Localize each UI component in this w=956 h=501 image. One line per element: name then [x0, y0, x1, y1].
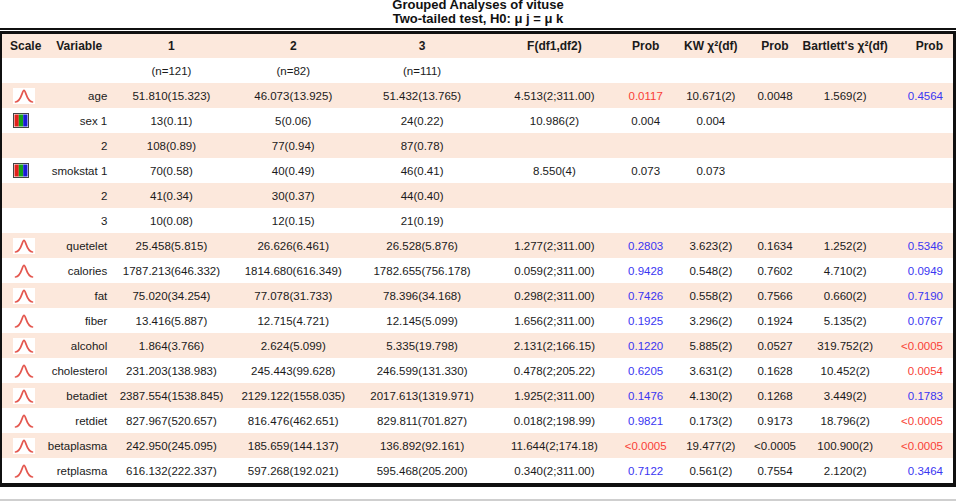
cell-scale — [1, 458, 46, 483]
col-header-prob-bartlett: Prob — [891, 34, 954, 58]
cell-kw-chisq — [671, 133, 751, 158]
col-header-prob-f: Prob — [621, 34, 671, 58]
cell-bartletts-chisq: 4.710(2) — [799, 258, 891, 283]
cell-f-statistic: 0.018(2;198.99) — [488, 408, 620, 433]
normal-curve-icon — [13, 313, 46, 329]
cell-prob-bartlett — [891, 108, 954, 133]
cell-group-1: 51.810(15.323) — [112, 83, 230, 108]
cell-bartletts-chisq — [799, 208, 891, 233]
cell-variable: cholesterol — [46, 358, 112, 383]
cell-kw-chisq: 10.671(2) — [671, 83, 751, 108]
cell-group-2: (n=82) — [231, 58, 356, 83]
cell-group-1: 41(0.34) — [112, 183, 230, 208]
cell-group-1: 13(0.11) — [112, 108, 230, 133]
table-row: 2108(0.89)77(0.94)87(0.78) — [1, 133, 955, 158]
cell-group-1: (n=121) — [112, 58, 230, 83]
cell-bartletts-chisq — [799, 108, 891, 133]
cell-scale — [1, 433, 46, 458]
cell-group-2: 816.476(462.651) — [231, 408, 356, 433]
cell-prob-f: 0.1220 — [621, 333, 671, 358]
cell-group-2: 2129.122(1558.035) — [231, 383, 356, 408]
cell-prob-f: 0.0117 — [621, 83, 671, 108]
cell-group-3: 829.811(701.827) — [356, 408, 488, 433]
cell-kw-chisq: 0.561(2) — [671, 458, 751, 483]
cell-group-2: 5(0.06) — [231, 108, 356, 133]
cell-prob-bartlett: 0.0767 — [891, 308, 954, 333]
cell-prob-bartlett: 0.3464 — [891, 458, 954, 483]
cell-scale — [1, 183, 46, 208]
cell-bartletts-chisq — [799, 158, 891, 183]
col-header-bartletts-chisq: Bartlett's χ²(df) — [799, 34, 891, 58]
cell-bartletts-chisq: 10.452(2) — [799, 358, 891, 383]
cell-prob-kw — [751, 208, 799, 233]
cell-f-statistic: 8.550(4) — [488, 158, 620, 183]
cell-bartletts-chisq: 5.135(2) — [799, 308, 891, 333]
cell-bartletts-chisq: 18.796(2) — [799, 408, 891, 433]
cell-group-2: 185.659(144.137) — [231, 433, 356, 458]
cell-kw-chisq: 3.631(2) — [671, 358, 751, 383]
table-row: quetelet25.458(5.815)26.626(6.461)26.528… — [1, 233, 955, 258]
cell-prob-kw: 0.1628 — [751, 358, 799, 383]
cell-kw-chisq: 0.004 — [671, 108, 751, 133]
cell-scale — [1, 383, 46, 408]
cell-bartletts-chisq — [799, 183, 891, 208]
cell-bartletts-chisq: 0.660(2) — [799, 283, 891, 308]
cell-prob-f: 0.7122 — [621, 458, 671, 483]
cell-f-statistic: 0.059(2;311.00) — [488, 258, 620, 283]
normal-curve-icon — [13, 288, 46, 304]
cell-group-3: 5.335(19.798) — [356, 333, 488, 358]
normal-curve-icon — [13, 413, 46, 429]
cell-prob-kw: 0.7566 — [751, 283, 799, 308]
table-row: fat75.020(34.254)77.078(31.733)78.396(34… — [1, 283, 955, 308]
cell-bartletts-chisq: 319.752(2) — [799, 333, 891, 358]
cell-group-3: 136.892(92.161) — [356, 433, 488, 458]
cell-f-statistic: 11.644(2;174.18) — [488, 433, 620, 458]
bottom-rule — [0, 483, 956, 487]
cell-prob-f: 0.1925 — [621, 308, 671, 333]
cell-group-2: 77.078(31.733) — [231, 283, 356, 308]
cell-group-3: 12.145(5.099) — [356, 308, 488, 333]
table-row: cholesterol231.203(138.983)245.443(99.62… — [1, 358, 955, 383]
table-row: 241(0.34)30(0.37)44(0.40) — [1, 183, 955, 208]
cell-scale — [1, 133, 46, 158]
cell-group-1: 25.458(5.815) — [112, 233, 230, 258]
cell-group-3: 24(0.22) — [356, 108, 488, 133]
cell-prob-bartlett — [891, 183, 954, 208]
cell-prob-bartlett: 0.7190 — [891, 283, 954, 308]
col-header-group-1: 1 — [112, 34, 230, 58]
cell-scale — [1, 233, 46, 258]
cell-group-3: (n=111) — [356, 58, 488, 83]
cell-prob-kw: 0.7554 — [751, 458, 799, 483]
cell-prob-bartlett: 0.4564 — [891, 83, 954, 108]
cell-group-1: 108(0.89) — [112, 133, 230, 158]
table-body: (n=121)(n=82)(n=111)age51.810(15.323)46.… — [1, 58, 955, 483]
cell-kw-chisq: 19.477(2) — [671, 433, 751, 458]
cell-f-statistic: 0.478(2;205.22) — [488, 358, 620, 383]
cell-variable: fat — [46, 283, 112, 308]
cell-group-2: 1814.680(616.349) — [231, 258, 356, 283]
cell-f-statistic: 2.131(2;166.15) — [488, 333, 620, 358]
cell-variable: smokstat 1 — [46, 158, 112, 183]
cell-variable: alcohol — [46, 333, 112, 358]
normal-curve-icon — [13, 463, 46, 479]
cell-group-3: 26.528(5.876) — [356, 233, 488, 258]
table-row: betadiet2387.554(1538.845)2129.122(1558.… — [1, 383, 955, 408]
cell-kw-chisq: 4.130(2) — [671, 383, 751, 408]
cell-group-1: 827.967(520.657) — [112, 408, 230, 433]
cell-kw-chisq: 0.173(2) — [671, 408, 751, 433]
cell-f-statistic: 10.986(2) — [488, 108, 620, 133]
table-row: sex 113(0.11)5(0.06)24(0.22)10.986(2)0.0… — [1, 108, 955, 133]
cell-prob-bartlett: <0.0005 — [891, 333, 954, 358]
cell-prob-kw: 0.1268 — [751, 383, 799, 408]
cell-prob-bartlett — [891, 158, 954, 183]
cell-variable: retplasma — [46, 458, 112, 483]
report-subtitle: Two-tailed test, H0: μ j = μ k — [0, 12, 956, 26]
cell-bartletts-chisq — [799, 133, 891, 158]
cell-group-3: 246.599(131.330) — [356, 358, 488, 383]
cell-group-3: 46(0.41) — [356, 158, 488, 183]
cell-group-1: 70(0.58) — [112, 158, 230, 183]
cell-scale — [1, 308, 46, 333]
cell-group-2: 245.443(99.628) — [231, 358, 356, 383]
cell-variable: fiber — [46, 308, 112, 333]
normal-curve-icon — [13, 438, 46, 454]
